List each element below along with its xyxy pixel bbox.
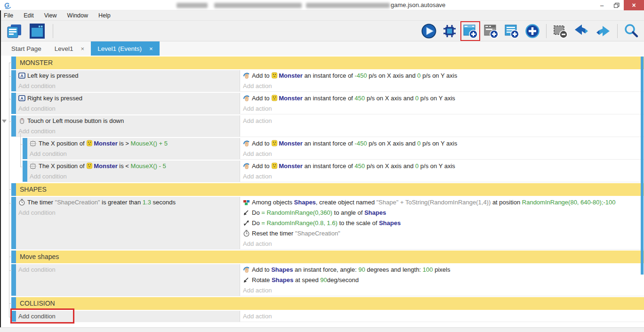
- gdevelop-window: G game.json.autosave – × FileEditViewWin…: [0, 0, 644, 332]
- add-circle-icon[interactable]: [523, 21, 542, 41]
- add-subevent-icon[interactable]: [481, 21, 501, 41]
- add-event-icon[interactable]: [460, 21, 480, 41]
- text-segment: at speed: [293, 276, 320, 283]
- action-line[interactable]: Do = RandomInRange(0.8, 1.6) to the scal…: [240, 218, 644, 228]
- hand-icon: [243, 162, 252, 170]
- add-condition-button[interactable]: Add condition: [16, 208, 240, 218]
- add-comment-icon[interactable]: [502, 21, 522, 41]
- event-block: ALeft key is pressedAdd conditionAdd to …: [16, 70, 644, 92]
- vertical-scrollbar[interactable]: [641, 57, 644, 275]
- svg-text:A: A: [20, 73, 24, 78]
- add-condition-button-label: Add condition: [18, 209, 56, 216]
- action-line[interactable]: Add to Monster an instant force of -450 …: [240, 71, 644, 81]
- action-line[interactable]: Reset the timer "ShapeCreation": [240, 228, 644, 239]
- event-group-header[interactable]: MONSTER: [16, 57, 644, 69]
- add-action-button[interactable]: Add action: [240, 239, 644, 249]
- undo-icon[interactable]: [571, 21, 592, 41]
- text-segment: RandomInRange(80, 640-80);-100: [522, 199, 616, 206]
- text-segment: an instant force of: [303, 162, 355, 170]
- add-action-button[interactable]: Add action: [240, 104, 644, 114]
- add-condition-button[interactable]: Add condition: [16, 104, 240, 114]
- event-group-header[interactable]: COLLISION: [16, 297, 644, 310]
- monster-object-icon: [86, 140, 94, 147]
- export-project-icon[interactable]: [4, 21, 24, 41]
- event-group-header[interactable]: SHAPES: [16, 183, 644, 196]
- condition-line[interactable]: Touch or Left mouse button is down: [16, 116, 240, 126]
- tree-guide: [9, 76, 12, 77]
- tree-guide: [9, 257, 12, 257]
- scene-editor-icon[interactable]: [27, 21, 47, 41]
- menu-file[interactable]: File: [4, 12, 18, 19]
- add-action-button[interactable]: Add action: [240, 81, 644, 91]
- minimize-button[interactable]: –: [595, 0, 609, 10]
- redo-icon[interactable]: [593, 21, 613, 41]
- add-action-button[interactable]: Add action: [240, 116, 644, 126]
- remove-event-icon[interactable]: [550, 21, 570, 41]
- event-block: Add conditionAdd action: [16, 311, 644, 322]
- add-action-button[interactable]: Add action: [240, 311, 644, 322]
- text-segment: p/s on Y axis: [419, 162, 455, 170]
- close-button[interactable]: ×: [624, 0, 644, 10]
- text-segment: p/s on Y axis: [419, 95, 455, 102]
- menu-view[interactable]: View: [44, 12, 62, 19]
- event-color-bar: [11, 297, 16, 310]
- event-group-header[interactable]: Move shapes: [16, 251, 644, 263]
- tab-level1-events-[interactable]: Level1 (Events)×: [91, 41, 159, 56]
- menu-window[interactable]: Window: [67, 12, 93, 19]
- add-condition-button-label: Add condition: [30, 150, 67, 157]
- tab-close-icon[interactable]: ×: [149, 45, 153, 52]
- debug-icon[interactable]: [440, 21, 459, 41]
- action-line[interactable]: Add to Monster an instant force of -450 …: [240, 138, 644, 149]
- action-line[interactable]: Add to Monster an instant force of 450 p…: [240, 93, 644, 104]
- action-line[interactable]: Do = RandomInRange(0,360) to angle of Sh…: [240, 208, 644, 218]
- collapse-expander-icon[interactable]: [2, 120, 7, 123]
- text-segment: Do: [252, 219, 261, 227]
- condition-line[interactable]: The timer "ShapeCreation" is greater tha…: [16, 197, 240, 208]
- monster-object-icon: [271, 140, 279, 147]
- redacted-title-text: [214, 3, 302, 8]
- condition-line[interactable]: ALeft key is pressed: [16, 71, 240, 81]
- add-action-button[interactable]: Add action: [240, 171, 644, 182]
- restore-button[interactable]: [609, 0, 624, 10]
- action-line[interactable]: Add to Shapes an instant force, angle: 9…: [240, 265, 644, 275]
- condition-line[interactable]: The X position of Monster is < MouseX() …: [27, 161, 240, 171]
- text-segment: Add to: [252, 266, 271, 273]
- monster-object-icon: [271, 72, 279, 79]
- action-line[interactable]: Add to Monster an instant force of 450 p…: [240, 161, 644, 171]
- action-line[interactable]: Rotate Shapes at speed 90deg/second: [240, 275, 644, 285]
- add-action-button[interactable]: Add action: [240, 149, 644, 159]
- event-block: Touch or Left mouse button is downAdd co…: [16, 115, 644, 137]
- add-condition-button[interactable]: Add condition: [16, 265, 240, 275]
- add-condition-button[interactable]: Add condition: [27, 171, 240, 182]
- add-action-button[interactable]: Add action: [240, 285, 644, 296]
- svg-text:G: G: [4, 1, 9, 9]
- keyboard-icon: A: [18, 72, 27, 79]
- tab-start-page[interactable]: Start Page: [5, 41, 48, 56]
- event-block: The timer "ShapeCreation" is greater tha…: [16, 197, 644, 250]
- add-condition-button[interactable]: Add condition: [16, 311, 240, 322]
- menu-edit[interactable]: Edit: [24, 12, 39, 19]
- actions-column: Add to Monster an instant force of -450 …: [240, 138, 644, 159]
- add-condition-button[interactable]: Add condition: [16, 81, 240, 91]
- text-segment: "ShapeCreation": [55, 199, 100, 206]
- tree-guide: [20, 167, 23, 167]
- text-segment: Among objects: [252, 199, 294, 206]
- tab-close-icon[interactable]: ×: [81, 45, 85, 52]
- play-icon[interactable]: [419, 21, 439, 41]
- tree-guide: [9, 63, 9, 317]
- text-segment: Shapes: [364, 209, 386, 216]
- text-segment: p/s on X axis and: [365, 95, 415, 102]
- condition-line[interactable]: The X position of Monster is > MouseX() …: [27, 138, 240, 149]
- search-icon[interactable]: [621, 21, 641, 41]
- add-condition-button[interactable]: Add condition: [27, 149, 240, 159]
- keyboard-icon: A: [18, 95, 27, 102]
- text-segment: 0: [417, 140, 420, 147]
- event-color-bar: [11, 93, 16, 114]
- add-condition-button[interactable]: Add condition: [16, 126, 240, 137]
- condition-line[interactable]: ARight key is pressed: [16, 93, 240, 104]
- action-line[interactable]: Among objects Shapes, create object name…: [240, 197, 644, 208]
- text-segment: The timer: [27, 199, 55, 206]
- menu-help[interactable]: Help: [98, 12, 116, 19]
- tab-level1[interactable]: Level1×: [48, 41, 91, 56]
- event-block: The X position of Monster is > MouseX() …: [27, 138, 644, 160]
